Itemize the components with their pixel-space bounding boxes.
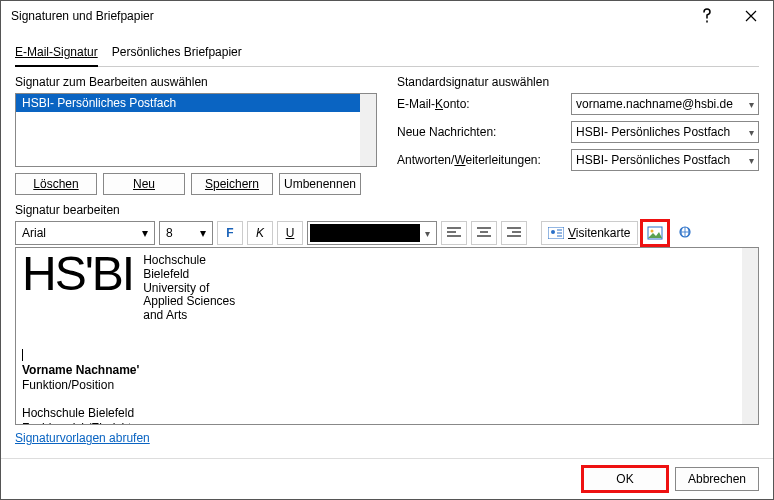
chevron-down-icon: ▾ (420, 228, 434, 239)
logo-row: HS'BI Hochschule Bielefeld University of… (22, 250, 752, 323)
email-account-label: E-Mail-Konto: (397, 97, 565, 111)
new-messages-value: HSBI- Persönliches Postfach (576, 125, 730, 139)
tab-email-signature[interactable]: E-Mail-Signatur (15, 41, 98, 67)
cancel-button[interactable]: Abbrechen (675, 467, 759, 491)
replies-combo[interactable]: HSBI- Persönliches Postfach ▾ (571, 149, 759, 171)
signature-buttons: Löschen Neu Speichern Umbenennen (15, 173, 377, 195)
font-name-combo[interactable]: Arial ▾ (15, 221, 155, 245)
signature-editor[interactable]: HS'BI Hochschule Bielefeld University of… (15, 247, 759, 425)
sig-name: Vorname Nachname' (22, 363, 752, 379)
content: E-Mail-Signatur Persönliches Briefpapier… (1, 31, 773, 458)
select-signature-group: Signatur zum Bearbeiten auswählen HSBI- … (15, 75, 377, 195)
dialog: Signaturen und Briefpapier E-Mail-Signat… (0, 0, 774, 500)
replies-label: Antworten/Weiterleitungen: (397, 153, 565, 167)
align-center-button[interactable] (471, 221, 497, 245)
hsbi-logo: HS'BI (22, 250, 133, 298)
new-messages-label: Neue Nachrichten: (397, 125, 565, 139)
font-color-combo[interactable]: ▾ (307, 221, 437, 245)
new-messages-combo[interactable]: HSBI- Persönliches Postfach ▾ (571, 121, 759, 143)
text-cursor (22, 349, 23, 361)
card-icon (548, 227, 564, 239)
bold-button[interactable]: F (217, 221, 243, 245)
insert-link-button[interactable] (672, 221, 698, 245)
tab-stationery[interactable]: Persönliches Briefpapier (112, 41, 242, 66)
delete-button[interactable]: Löschen (15, 173, 97, 195)
svg-point-1 (551, 230, 555, 234)
image-icon (647, 226, 663, 240)
sig-function: Funktion/Position (22, 378, 752, 394)
replies-value: HSBI- Persönliches Postfach (576, 153, 730, 167)
sig-org: Hochschule Bielefeld (22, 406, 752, 422)
titlebar: Signaturen und Briefpapier (1, 1, 773, 31)
default-signature-label: Standardsignatur auswählen (397, 75, 759, 89)
align-left-button[interactable] (441, 221, 467, 245)
templates-link[interactable]: Signaturvorlagen abrufen (15, 431, 759, 445)
edit-signature-label: Signatur bearbeiten (15, 203, 759, 217)
underline-button[interactable]: U (277, 221, 303, 245)
toolbar: Arial ▾ 8 ▾ F K U ▾ (15, 221, 759, 245)
chevron-down-icon: ▾ (749, 99, 754, 110)
font-size-combo[interactable]: 8 ▾ (159, 221, 213, 245)
default-signature-group: Standardsignatur auswählen E-Mail-Konto:… (397, 75, 759, 195)
select-signature-label: Signatur zum Bearbeiten auswählen (15, 75, 377, 89)
svg-point-3 (650, 230, 653, 233)
ok-button[interactable]: OK (583, 467, 667, 491)
listbox-scrollbar[interactable] (360, 94, 376, 166)
help-button[interactable] (685, 1, 729, 31)
tabs: E-Mail-Signatur Persönliches Briefpapier (15, 41, 759, 67)
signature-body: Vorname Nachname' Funktion/Position Hoch… (22, 347, 752, 425)
signature-item[interactable]: HSBI- Persönliches Postfach (16, 94, 376, 112)
align-right-button[interactable] (501, 221, 527, 245)
font-size-value: 8 (166, 226, 173, 240)
chevron-down-icon: ▾ (749, 127, 754, 138)
new-button[interactable]: Neu (103, 173, 185, 195)
save-button[interactable]: Speichern (191, 173, 273, 195)
chevron-down-icon: ▾ (749, 155, 754, 166)
editor-scrollbar[interactable] (742, 248, 758, 424)
email-account-combo[interactable]: vorname.nachname@hsbi.de ▾ (571, 93, 759, 115)
font-name-value: Arial (22, 226, 46, 240)
logo-subtitle: Hochschule Bielefeld University of Appli… (143, 254, 235, 323)
dialog-title: Signaturen und Briefpapier (11, 9, 685, 23)
color-swatch (310, 224, 420, 242)
footer: OK Abbrechen (1, 458, 773, 499)
top-row: Signatur zum Bearbeiten auswählen HSBI- … (15, 75, 759, 195)
signature-listbox[interactable]: HSBI- Persönliches Postfach (15, 93, 377, 167)
close-button[interactable] (729, 1, 773, 31)
business-card-button[interactable]: Visitenkarte (541, 221, 638, 245)
email-account-value: vorname.nachname@hsbi.de (576, 97, 733, 111)
link-icon (676, 226, 694, 240)
rename-button[interactable]: Umbenennen (279, 173, 361, 195)
sig-dept: Fachbereich/Einrichtung (22, 421, 752, 425)
chevron-down-icon: ▾ (200, 226, 206, 240)
chevron-down-icon: ▾ (142, 226, 148, 240)
insert-image-button[interactable] (642, 221, 668, 245)
italic-button[interactable]: K (247, 221, 273, 245)
